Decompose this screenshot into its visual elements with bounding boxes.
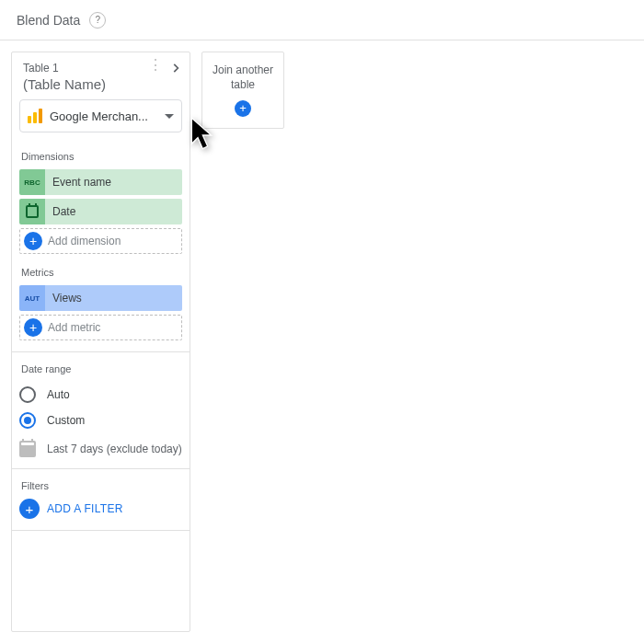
empty-area: [12, 530, 190, 631]
date-range-value[interactable]: Last 7 days (exclude today): [19, 441, 182, 457]
analytics-icon: [28, 109, 42, 123]
filter-label: ADD A FILTER: [47, 502, 123, 515]
radio-auto[interactable]: Auto: [19, 382, 182, 408]
dimension-field[interactable]: RBC Event name: [19, 169, 182, 195]
metrics-label: Metrics: [19, 267, 182, 278]
plus-icon: +: [235, 100, 251, 117]
field-label: Date: [45, 199, 182, 224]
add-label: Add dimension: [48, 235, 121, 247]
dropdown-arrow-icon: [165, 114, 174, 119]
datasource-select[interactable]: Google Merchan...: [19, 99, 182, 132]
table-header: Table 1 (Table Name) ⋮: [12, 52, 190, 99]
header: Blend Data ?: [0, 0, 644, 40]
text-type-icon: RBC: [19, 169, 45, 195]
calendar-icon: [19, 441, 36, 457]
dimensions-section: Dimensions RBC Event name Date + Add dim…: [12, 144, 190, 351]
field-label: Event name: [45, 169, 182, 195]
join-label: Join another table: [202, 63, 283, 92]
dimension-field[interactable]: Date: [19, 199, 182, 224]
add-metric-button[interactable]: + Add metric: [19, 315, 182, 340]
date-type-icon: [19, 199, 45, 224]
radio-label: Custom: [47, 414, 85, 427]
radio-label: Auto: [47, 388, 70, 401]
chevron-right-icon[interactable]: [169, 62, 182, 78]
add-filter-button[interactable]: + ADD A FILTER: [19, 499, 182, 519]
radio-icon: [19, 386, 36, 403]
dimensions-label: Dimensions: [19, 151, 182, 162]
help-icon[interactable]: ?: [89, 12, 106, 29]
page-title: Blend Data: [17, 13, 80, 28]
workspace: Table 1 (Table Name) ⋮ Google Merchan...…: [0, 40, 644, 643]
metric-field[interactable]: AUT Views: [19, 285, 182, 311]
filters-section: Filters + ADD A FILTER: [12, 468, 190, 530]
table-card: Table 1 (Table Name) ⋮ Google Merchan...…: [11, 52, 190, 632]
join-table-button[interactable]: Join another table +: [201, 52, 284, 129]
plus-icon: +: [24, 318, 42, 337]
add-dimension-button[interactable]: + Add dimension: [19, 228, 182, 254]
plus-icon: +: [24, 232, 42, 250]
range-text: Last 7 days (exclude today): [47, 443, 182, 455]
more-icon[interactable]: ⋮: [148, 62, 162, 69]
add-label: Add metric: [48, 321, 100, 334]
filters-label: Filters: [19, 480, 182, 491]
radio-icon: [19, 412, 36, 429]
table-name[interactable]: (Table Name): [23, 76, 178, 92]
date-range-section: Date range Auto Custom Last 7 days (excl…: [12, 351, 190, 468]
field-label: Views: [45, 285, 182, 311]
plus-icon: +: [19, 499, 40, 519]
datasource-label: Google Merchan...: [50, 109, 157, 123]
radio-custom[interactable]: Custom: [19, 408, 182, 433]
date-range-label: Date range: [19, 363, 182, 374]
auto-type-icon: AUT: [19, 285, 45, 311]
